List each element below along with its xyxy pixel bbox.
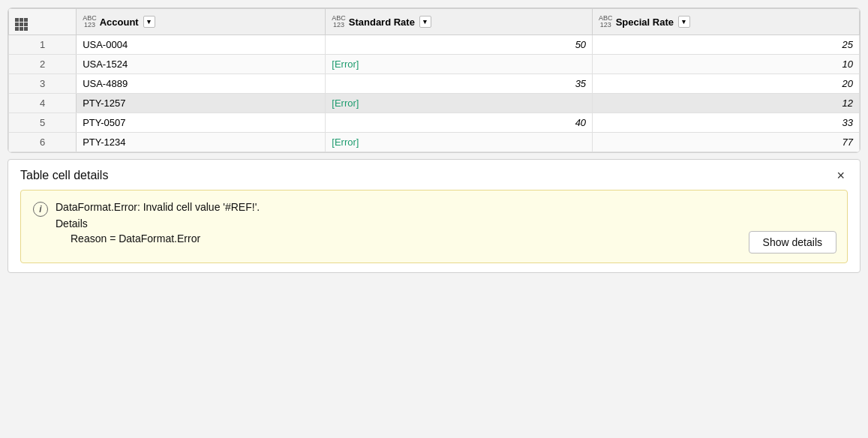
row-number: 6 — [9, 133, 77, 152]
col-label-special-rate: Special Rate — [616, 16, 674, 28]
row-number: 1 — [9, 35, 77, 55]
show-details-button[interactable]: Show details — [749, 231, 836, 254]
col-dropdown-account[interactable]: ▾ — [143, 16, 155, 28]
table-row[interactable]: 5PTY-05074033 — [9, 113, 860, 133]
cell-account[interactable]: PTY-1234 — [77, 133, 326, 152]
cell-standard-rate[interactable]: 50 — [326, 35, 593, 55]
cell-account[interactable]: USA-4889 — [77, 74, 326, 94]
cell-special-rate[interactable]: 10 — [593, 55, 860, 74]
error-message: DataFormat.Error: Invalid cell value '#R… — [56, 201, 260, 213]
error-box: i DataFormat.Error: Invalid cell value '… — [20, 190, 848, 263]
col-header-account[interactable]: ABC 123 Account ▾ — [77, 9, 326, 35]
col-header-standard-rate[interactable]: ABC 123 Standard Rate ▾ — [326, 9, 593, 35]
panel-title: Table cell details — [20, 169, 108, 182]
col-dropdown-special-rate[interactable]: ▾ — [678, 16, 690, 28]
error-text-block: DataFormat.Error: Invalid cell value '#R… — [56, 201, 260, 244]
cell-standard-rate[interactable]: [Error] — [326, 94, 593, 113]
grid-icon — [15, 18, 28, 31]
cell-account[interactable]: USA-1524 — [77, 55, 326, 74]
table-row[interactable]: 1USA-00045025 — [9, 35, 860, 55]
cell-special-rate[interactable]: 77 — [593, 133, 860, 152]
cell-account[interactable]: PTY-1257 — [77, 94, 326, 113]
cell-account[interactable]: PTY-0507 — [77, 113, 326, 133]
col-label-standard-rate: Standard Rate — [349, 16, 415, 28]
cell-special-rate[interactable]: 25 — [593, 35, 860, 55]
cell-special-rate[interactable]: 33 — [593, 113, 860, 133]
cell-standard-rate[interactable]: [Error] — [326, 133, 593, 152]
data-table-panel: ABC 123 Account ▾ ABC 123 Standard Rate — [8, 8, 860, 153]
table-row[interactable]: 3USA-48893520 — [9, 74, 860, 94]
info-icon: i — [33, 202, 48, 217]
col-header-special-rate[interactable]: ABC 123 Special Rate ▾ — [593, 9, 860, 35]
cell-special-rate[interactable]: 20 — [593, 74, 860, 94]
row-number: 4 — [9, 94, 77, 113]
close-button[interactable]: × — [833, 169, 848, 182]
col-label-account: Account — [100, 16, 139, 28]
error-details-label: Details — [56, 218, 260, 230]
data-table: ABC 123 Account ▾ ABC 123 Standard Rate — [8, 8, 860, 152]
table-cell-details-panel: Table cell details × i DataFormat.Error:… — [8, 159, 860, 273]
cell-standard-rate[interactable]: 40 — [326, 113, 593, 133]
cell-standard-rate[interactable]: [Error] — [326, 55, 593, 74]
table-row[interactable]: 6PTY-1234[Error]77 — [9, 133, 860, 152]
error-reason: Reason = DataFormat.Error — [71, 232, 260, 244]
cell-special-rate[interactable]: 12 — [593, 94, 860, 113]
col-dropdown-standard-rate[interactable]: ▾ — [419, 16, 431, 28]
cell-standard-rate[interactable]: 35 — [326, 74, 593, 94]
table-row[interactable]: 2USA-1524[Error]10 — [9, 55, 860, 74]
row-number: 2 — [9, 55, 77, 74]
panel-header: Table cell details × — [20, 169, 848, 182]
row-num-header — [9, 9, 77, 35]
cell-account[interactable]: USA-0004 — [77, 35, 326, 55]
table-row[interactable]: 4PTY-1257[Error]12 — [9, 94, 860, 113]
row-number: 3 — [9, 74, 77, 94]
row-number: 5 — [9, 113, 77, 133]
